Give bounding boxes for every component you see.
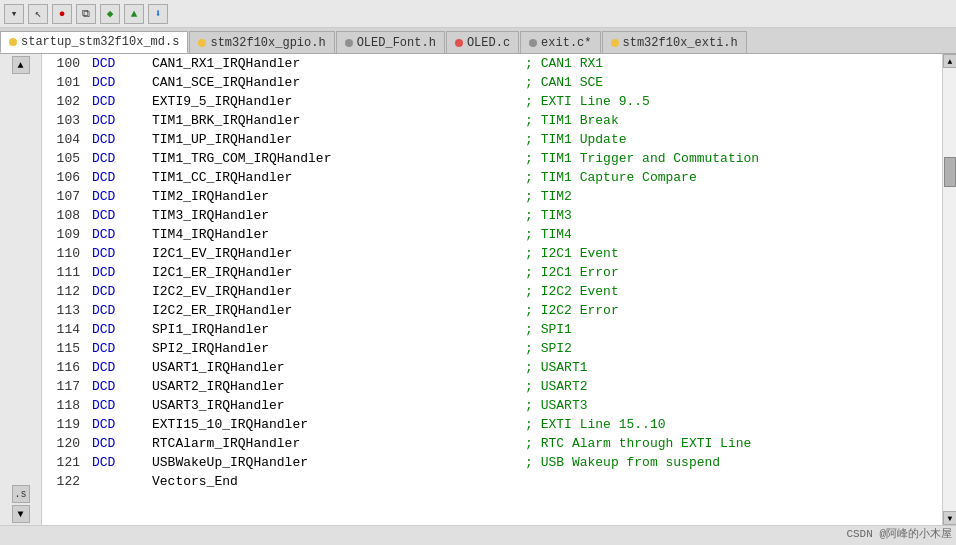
code-comment: ; TIM1 Break bbox=[525, 111, 942, 130]
code-dcd: DCD bbox=[92, 149, 152, 168]
code-dcd: DCD bbox=[92, 358, 152, 377]
line-number: 121 bbox=[42, 453, 92, 472]
code-dcd: DCD bbox=[92, 301, 152, 320]
code-handler: SPI1_IRQHandler bbox=[152, 320, 525, 339]
code-handler: USART3_IRQHandler bbox=[152, 396, 525, 415]
toolbar-btn-save[interactable]: ⬇ bbox=[148, 4, 168, 24]
code-row: 116DCDUSART1_IRQHandler; USART1 bbox=[42, 358, 942, 377]
code-handler: I2C2_ER_IRQHandler bbox=[152, 301, 525, 320]
line-number: 114 bbox=[42, 320, 92, 339]
scroll-up-arrow[interactable]: ▲ bbox=[943, 54, 956, 68]
code-area: 100DCDCAN1_RX1_IRQHandler; CAN1 RX1101DC… bbox=[42, 54, 942, 525]
code-comment: ; USART2 bbox=[525, 377, 942, 396]
line-number: 119 bbox=[42, 415, 92, 434]
code-dcd: DCD bbox=[92, 225, 152, 244]
code-scroll[interactable]: 100DCDCAN1_RX1_IRQHandler; CAN1 RX1101DC… bbox=[42, 54, 942, 525]
code-dcd: DCD bbox=[92, 415, 152, 434]
tab-dot-tab6 bbox=[611, 39, 619, 47]
tab-label-tab6: stm32f10x_exti.h bbox=[623, 36, 738, 50]
code-handler: TIM1_CC_IRQHandler bbox=[152, 168, 525, 187]
code-row: 114DCDSPI1_IRQHandler; SPI1 bbox=[42, 320, 942, 339]
code-row: 119DCDEXTI15_10_IRQHandler; EXTI Line 15… bbox=[42, 415, 942, 434]
line-number: 120 bbox=[42, 434, 92, 453]
code-comment: ; TIM3 bbox=[525, 206, 942, 225]
main-area: ▲ .s ▼ 100DCDCAN1_RX1_IRQHandler; CAN1 R… bbox=[0, 54, 956, 525]
line-number: 109 bbox=[42, 225, 92, 244]
line-number: 104 bbox=[42, 130, 92, 149]
scroll-down-arrow[interactable]: ▼ bbox=[943, 511, 956, 525]
tab-dot-tab2 bbox=[198, 39, 206, 47]
line-number: 116 bbox=[42, 358, 92, 377]
scroll-thumb[interactable] bbox=[944, 157, 956, 187]
line-number: 103 bbox=[42, 111, 92, 130]
toolbar-btn-red[interactable]: ● bbox=[52, 4, 72, 24]
code-dcd: DCD bbox=[92, 244, 152, 263]
tab-tab5[interactable]: exit.c* bbox=[520, 31, 600, 53]
code-dcd: DCD bbox=[92, 54, 152, 73]
tab-tab6[interactable]: stm32f10x_exti.h bbox=[602, 31, 747, 53]
code-comment: ; SPI1 bbox=[525, 320, 942, 339]
code-handler: I2C2_EV_IRQHandler bbox=[152, 282, 525, 301]
code-row: 112DCDI2C2_EV_IRQHandler; I2C2 Event bbox=[42, 282, 942, 301]
code-dcd: DCD bbox=[92, 206, 152, 225]
margin-scroll-down[interactable]: ▼ bbox=[12, 505, 30, 523]
code-handler: TIM1_TRG_COM_IRQHandler bbox=[152, 149, 525, 168]
code-table: 100DCDCAN1_RX1_IRQHandler; CAN1 RX1101DC… bbox=[42, 54, 942, 491]
code-row: 122Vectors_End bbox=[42, 472, 942, 491]
code-handler: EXTI15_10_IRQHandler bbox=[152, 415, 525, 434]
tab-dot-tab1 bbox=[9, 38, 17, 46]
line-number: 101 bbox=[42, 73, 92, 92]
toolbar: ▾ ↖ ● ⧉ ◆ ▲ ⬇ bbox=[0, 0, 956, 28]
code-dcd: DCD bbox=[92, 168, 152, 187]
code-comment: ; I2C1 Error bbox=[525, 263, 942, 282]
line-number: 102 bbox=[42, 92, 92, 111]
margin-btn-s[interactable]: .s bbox=[12, 485, 30, 503]
left-margin: ▲ .s ▼ bbox=[0, 54, 42, 525]
code-handler: I2C1_ER_IRQHandler bbox=[152, 263, 525, 282]
line-number: 118 bbox=[42, 396, 92, 415]
code-row: 105DCDTIM1_TRG_COM_IRQHandler; TIM1 Trig… bbox=[42, 149, 942, 168]
code-row: 108DCDTIM3_IRQHandler; TIM3 bbox=[42, 206, 942, 225]
tab-label-tab3: OLED_Font.h bbox=[357, 36, 436, 50]
toolbar-btn-copy[interactable]: ⧉ bbox=[76, 4, 96, 24]
toolbar-btn-up[interactable]: ▲ bbox=[124, 4, 144, 24]
code-comment: ; I2C2 Error bbox=[525, 301, 942, 320]
line-number: 106 bbox=[42, 168, 92, 187]
code-dcd: DCD bbox=[92, 377, 152, 396]
tab-tab1[interactable]: startup_stm32f10x_md.s bbox=[0, 31, 188, 53]
scroll-track[interactable] bbox=[943, 68, 956, 511]
toolbar-btn-diamond[interactable]: ◆ bbox=[100, 4, 120, 24]
code-comment: ; TIM1 Trigger and Commutation bbox=[525, 149, 942, 168]
toolbar-btn-down[interactable]: ▾ bbox=[4, 4, 24, 24]
code-comment: ; CAN1 SCE bbox=[525, 73, 942, 92]
tab-dot-tab3 bbox=[345, 39, 353, 47]
code-handler: SPI2_IRQHandler bbox=[152, 339, 525, 358]
code-row: 113DCDI2C2_ER_IRQHandler; I2C2 Error bbox=[42, 301, 942, 320]
code-handler: TIM1_UP_IRQHandler bbox=[152, 130, 525, 149]
tab-label-tab2: stm32f10x_gpio.h bbox=[210, 36, 325, 50]
tab-tab4[interactable]: OLED.c bbox=[446, 31, 519, 53]
tab-label-tab4: OLED.c bbox=[467, 36, 510, 50]
code-row: 106DCDTIM1_CC_IRQHandler; TIM1 Capture C… bbox=[42, 168, 942, 187]
code-handler: USART1_IRQHandler bbox=[152, 358, 525, 377]
code-handler: USART2_IRQHandler bbox=[152, 377, 525, 396]
code-handler: USBWakeUp_IRQHandler bbox=[152, 453, 525, 472]
code-dcd: DCD bbox=[92, 73, 152, 92]
tab-tab2[interactable]: stm32f10x_gpio.h bbox=[189, 31, 334, 53]
tab-tab3[interactable]: OLED_Font.h bbox=[336, 31, 445, 53]
tab-bar: startup_stm32f10x_md.sstm32f10x_gpio.hOL… bbox=[0, 28, 956, 54]
code-dcd: DCD bbox=[92, 92, 152, 111]
code-dcd: DCD bbox=[92, 434, 152, 453]
line-number: 108 bbox=[42, 206, 92, 225]
code-row: 102DCDEXTI9_5_IRQHandler; EXTI Line 9..5 bbox=[42, 92, 942, 111]
code-handler: TIM4_IRQHandler bbox=[152, 225, 525, 244]
code-handler: EXTI9_5_IRQHandler bbox=[152, 92, 525, 111]
code-comment bbox=[525, 472, 942, 491]
code-row: 101DCDCAN1_SCE_IRQHandler; CAN1 SCE bbox=[42, 73, 942, 92]
code-comment: ; USART1 bbox=[525, 358, 942, 377]
toolbar-btn-arrow[interactable]: ↖ bbox=[28, 4, 48, 24]
code-handler: RTCAlarm_IRQHandler bbox=[152, 434, 525, 453]
line-number: 112 bbox=[42, 282, 92, 301]
line-number: 122 bbox=[42, 472, 92, 491]
margin-btn-up[interactable]: ▲ bbox=[12, 56, 30, 74]
